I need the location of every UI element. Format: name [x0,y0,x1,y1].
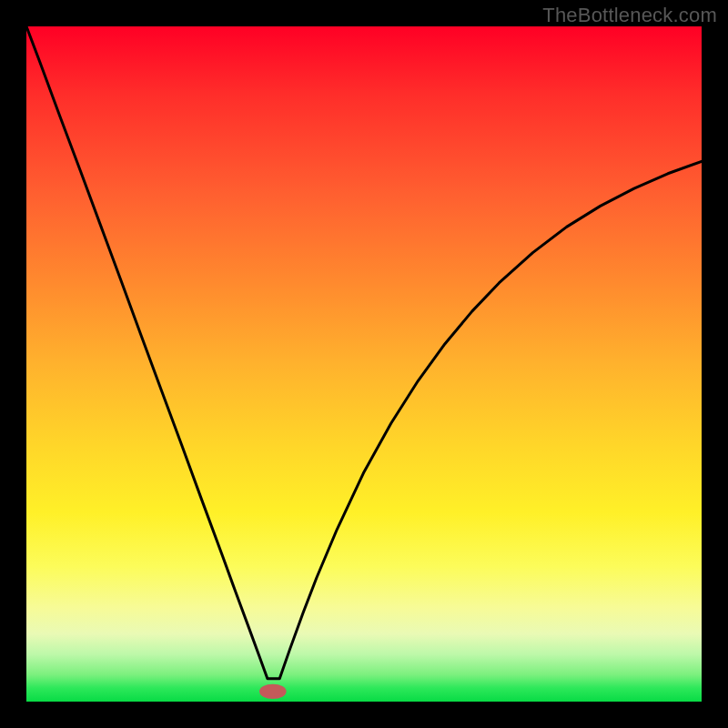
bottleneck-curve [26,26,702,679]
plot-area [26,26,702,702]
chart-frame: TheBottleneck.com [0,0,728,728]
watermark-text: TheBottleneck.com [542,4,717,27]
min-marker [259,684,287,699]
curve-svg [26,26,702,702]
